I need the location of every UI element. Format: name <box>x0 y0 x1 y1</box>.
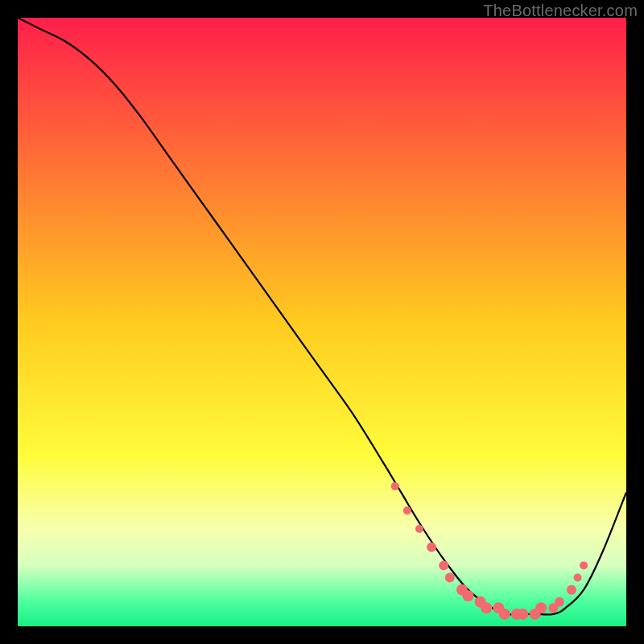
sweet-spot-marker <box>445 573 455 583</box>
sweet-spot-marker <box>499 609 510 620</box>
sweet-spot-marker <box>574 574 582 582</box>
sweet-spot-marker <box>580 561 588 569</box>
sweet-spot-marker <box>439 560 448 570</box>
sweet-spot-marker <box>415 525 423 533</box>
sweet-spot-marker <box>517 609 528 620</box>
sweet-spot-marker <box>567 585 576 595</box>
sweet-spot-marker <box>535 602 547 613</box>
sweet-spot-marker <box>462 590 473 601</box>
sweet-spot-marker <box>427 543 436 552</box>
plot-background <box>18 18 626 626</box>
sweet-spot-marker <box>391 482 399 490</box>
chart-container: TheBottlenecker.com <box>0 0 644 644</box>
sweet-spot-marker <box>403 506 411 514</box>
sweet-spot-marker <box>481 602 492 613</box>
bottleneck-plot <box>18 18 626 626</box>
sweet-spot-marker <box>555 597 564 607</box>
